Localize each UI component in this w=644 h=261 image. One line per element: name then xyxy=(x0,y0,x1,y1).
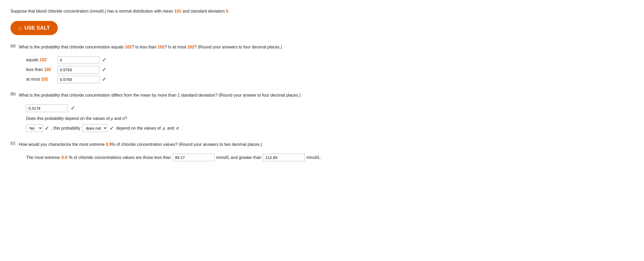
part-b-header: (b) What is the probability that chlorid… xyxy=(10,92,355,102)
part-a-val3: 102 xyxy=(187,45,194,49)
part-a-header: (a) What is the probability that chlorid… xyxy=(10,43,355,54)
label-less-red: 102 xyxy=(44,67,51,72)
input-less-than-val[interactable] xyxy=(173,154,215,161)
label-atmost-before: at most xyxy=(26,77,41,81)
part-a-val2: 102 xyxy=(158,45,165,49)
mmol-unit-2: mmol/L. xyxy=(306,154,321,161)
intro-between: and standard deviation xyxy=(181,9,226,13)
label-atmost-red: 102 xyxy=(41,77,48,81)
intro-before-mean: Suppose that blood chloride concentratio… xyxy=(10,9,174,13)
part-c-sent-before: The most extreme xyxy=(26,154,60,161)
and-text-2: and xyxy=(167,125,174,132)
label-equals: equals 102 xyxy=(26,58,55,62)
intro-mean: 101 xyxy=(174,9,181,13)
part-c-header: (c) How would you characterize the most … xyxy=(10,141,355,151)
check-no-dropdown: ✓ xyxy=(45,124,49,132)
label-equals-red: 102 xyxy=(40,58,47,62)
depend-end-text: depend on the values of xyxy=(116,125,161,132)
check-less: ✓ xyxy=(102,66,106,73)
part-b-question: What is the probability that chloride co… xyxy=(19,92,301,99)
part-c-sent-mid: % of chloride concentrations values are … xyxy=(69,154,171,161)
input-less[interactable] xyxy=(58,66,99,74)
part-a-q3-before: ? Is at most xyxy=(165,45,187,49)
part-b-input-row: ✓ xyxy=(26,104,355,112)
sigma-letter: σ xyxy=(122,116,125,121)
check-equals: ✓ xyxy=(102,57,106,63)
sigma-letter-2: σ xyxy=(176,125,179,132)
answer-row-less: less than 102 ✓ xyxy=(26,66,355,74)
check-part-b: ✓ xyxy=(71,105,75,111)
part-a-question: What is the probability that chloride co… xyxy=(19,43,282,51)
mu-letter: μ xyxy=(111,116,113,121)
depends-q-end: ? xyxy=(125,116,127,121)
intro-after: . xyxy=(228,9,229,13)
label-less: less than 102 xyxy=(26,67,55,72)
input-part-b[interactable] xyxy=(26,104,68,112)
part-c-answer: The most extreme 0.9% of chloride concen… xyxy=(26,154,355,161)
part-b-letter: (b) xyxy=(10,92,17,96)
mu-letter-2: μ xyxy=(163,125,165,132)
part-c-question: How would you characterize the most extr… xyxy=(19,141,262,148)
check-atmost: ✓ xyxy=(102,76,106,82)
part-c-q-before: How would you characterize the most extr… xyxy=(19,142,106,147)
depends-section: Does this probability depend on the valu… xyxy=(26,115,355,132)
label-less-before: less than xyxy=(26,67,44,72)
label-atmost: at most 102 xyxy=(26,77,55,82)
part-a-letter: (a) xyxy=(10,43,17,48)
part-c-letter: (c) xyxy=(10,141,17,146)
check-does-not: ✓ xyxy=(110,124,114,132)
use-salt-button[interactable]: ⌂ USE SALT xyxy=(10,21,58,35)
section-b: (b) What is the probability that chlorid… xyxy=(10,92,355,132)
use-salt-label: USE SALT xyxy=(24,25,50,31)
part-a-q2-before: ? Is less than xyxy=(132,45,158,49)
depends-question-text: Does this probability depend on the valu… xyxy=(26,115,355,122)
dropdown-does-not[interactable]: does not does xyxy=(82,124,107,132)
period-text: . xyxy=(181,125,182,132)
part-b-answer-area: ✓ xyxy=(26,104,355,112)
part-c-pct2: 0.9 xyxy=(61,154,67,161)
part-c-q-after: % of chloride concentration values? (Rou… xyxy=(112,142,262,147)
part-a-val1: 102 xyxy=(125,45,132,49)
section-a: (a) What is the probability that chlorid… xyxy=(10,43,355,83)
answer-row-atmost: at most 102 ✓ xyxy=(26,76,355,83)
part-c-sentence: The most extreme 0.9% of chloride concen… xyxy=(26,154,355,161)
mmol-unit-1: mmol/L and greater than xyxy=(216,154,262,161)
depends-and: and xyxy=(113,116,123,121)
salt-icon: ⌂ xyxy=(18,25,22,31)
part-c-pct: 0.9 xyxy=(106,142,112,147)
depends-q-text: Does this probability depend on the valu… xyxy=(26,116,111,121)
comma-text: , this probability xyxy=(51,125,80,132)
intro-text: Suppose that blood chloride concentratio… xyxy=(10,8,355,15)
input-equals[interactable] xyxy=(58,56,99,64)
input-atmost[interactable] xyxy=(58,76,99,83)
input-greater-than-val[interactable] xyxy=(263,154,305,161)
label-equals-before: equals xyxy=(26,58,40,62)
depends-answer-row: No Yes ✓ , this probability does not doe… xyxy=(26,124,355,132)
part-a-q-after: ? (Round your answers to four decimal pl… xyxy=(194,45,282,49)
section-c: (c) How would you characterize the most … xyxy=(10,141,355,161)
dropdown-no[interactable]: No Yes xyxy=(26,124,43,132)
part-a-q-before1: What is the probability that chloride co… xyxy=(19,45,125,49)
answer-row-equals: equals 102 ✓ xyxy=(26,56,355,64)
